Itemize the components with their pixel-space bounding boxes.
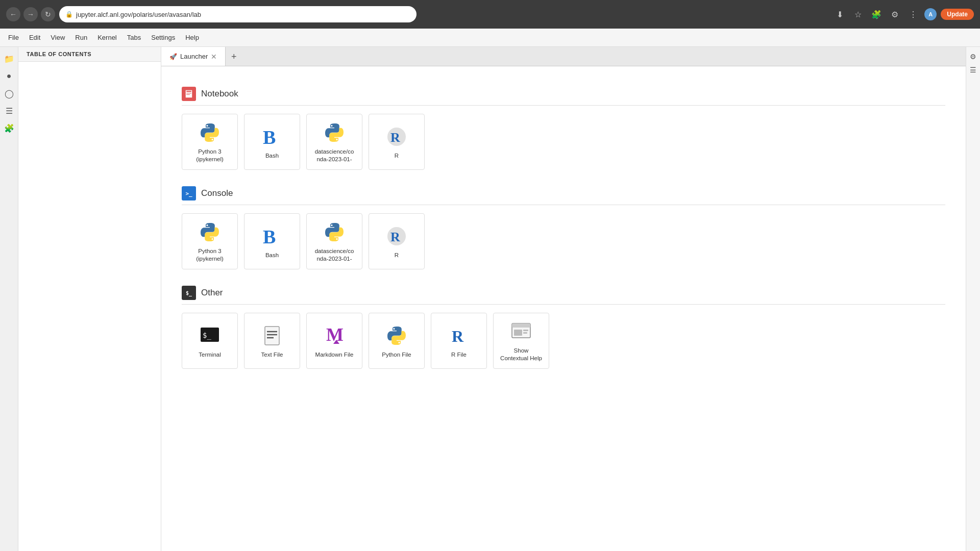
notebook-python3-label: Python 3(ipykernel) (196, 148, 224, 163)
other-markdownfile-card[interactable]: M Markdown File (306, 313, 362, 369)
right-panel: ⚙ ☰ (966, 47, 980, 551)
settings-icon[interactable]: ⚙ (888, 7, 902, 21)
notebook-datascience-label: datascience/conda-2023-01- (315, 148, 354, 163)
menu-view[interactable]: View (46, 32, 69, 43)
tab-launcher-label: Launcher (180, 53, 208, 60)
menu-edit[interactable]: Edit (25, 32, 44, 43)
notebook-r-card[interactable]: R R (369, 114, 425, 170)
section-notebook-header: Notebook (182, 87, 945, 106)
browser-controls: ← → ↻ (6, 7, 55, 21)
svg-text:B: B (263, 127, 276, 148)
section-other-header: $_ Other (182, 286, 945, 305)
bookmark-icon[interactable]: ☆ (851, 7, 865, 21)
lock-icon: 🔒 (65, 11, 73, 18)
right-settings-icon[interactable]: ⚙ (968, 51, 979, 62)
other-textfile-card[interactable]: Text File (244, 313, 300, 369)
new-tab-button[interactable]: + (226, 47, 242, 66)
extension-icon[interactable]: 🧩 (869, 7, 884, 21)
notebook-datascience-icon (322, 120, 347, 145)
other-contextualhelp-label: ShowContextual Help (500, 347, 542, 362)
other-pythonfile-card[interactable]: Python File (369, 313, 425, 369)
console-datascience-label: datascience/conda-2023-01- (315, 247, 354, 263)
section-console: >_ Console Python 3(ipyk (182, 186, 945, 269)
svg-text:$_: $_ (203, 331, 211, 340)
left-panel: TABLE OF CONTENTS (18, 47, 161, 551)
other-rfile-label: R File (451, 351, 467, 359)
console-python3-card[interactable]: Python 3(ipykernel) (182, 213, 238, 269)
update-button[interactable]: Update (941, 9, 974, 20)
notebook-python3-icon (198, 120, 222, 145)
console-bash-card[interactable]: B Bash (244, 213, 300, 269)
sidebar-icons: 📁 ● ◯ ☰ 🧩 (0, 47, 18, 551)
section-notebook-icon (182, 87, 196, 101)
svg-text:R: R (452, 327, 464, 345)
svg-rect-21 (523, 330, 528, 331)
tab-launcher-icon: 🚀 (169, 53, 177, 60)
menu-run[interactable]: Run (71, 32, 91, 43)
tab-close-button[interactable]: ✕ (211, 53, 217, 61)
menu-bar: File Edit View Run Kernel Tabs Settings … (0, 29, 980, 47)
console-datascience-card[interactable]: datascience/conda-2023-01- (306, 213, 362, 269)
menu-file[interactable]: File (4, 32, 23, 43)
section-other: $_ Other $_ (182, 286, 945, 369)
other-rfile-icon: R (447, 323, 471, 348)
other-terminal-card[interactable]: $_ Terminal (182, 313, 238, 369)
refresh-button[interactable]: ↻ (41, 7, 55, 21)
svg-text:R: R (390, 230, 400, 244)
sidebar-search-icon[interactable]: ● (2, 68, 17, 84)
other-terminal-icon: $_ (198, 323, 222, 348)
app: File Edit View Run Kernel Tabs Settings … (0, 29, 980, 551)
panel-header: TABLE OF CONTENTS (18, 47, 161, 62)
other-cards: $_ Terminal (182, 313, 945, 369)
other-rfile-card[interactable]: R R File (431, 313, 487, 369)
notebook-datascience-card[interactable]: datascience/conda-2023-01- (306, 114, 362, 170)
notebook-cards: Python 3(ipykernel) B Bash (182, 114, 945, 170)
console-python3-label: Python 3(ipykernel) (196, 247, 224, 263)
other-contextualhelp-icon (509, 319, 533, 344)
svg-rect-2 (186, 93, 191, 93)
section-console-title: Console (201, 188, 233, 198)
notebook-bash-icon: B (260, 124, 284, 149)
sidebar-extension-icon[interactable]: 🧩 (2, 120, 17, 136)
menu-icon[interactable]: ⋮ (906, 7, 920, 21)
sidebar-list-icon[interactable]: ☰ (2, 103, 17, 118)
tab-bar: 🚀 Launcher ✕ + (161, 47, 966, 66)
back-button[interactable]: ← (6, 7, 20, 21)
menu-help[interactable]: Help (181, 32, 203, 43)
forward-button[interactable]: → (23, 7, 38, 21)
sidebar-folder-icon[interactable]: 📁 (2, 51, 17, 66)
menu-tabs[interactable]: Tabs (123, 32, 145, 43)
menu-settings[interactable]: Settings (147, 32, 179, 43)
right-panel-icon[interactable]: ☰ (968, 64, 979, 76)
other-textfile-label: Text File (261, 351, 283, 359)
notebook-bash-label: Bash (265, 152, 279, 160)
address-bar[interactable]: 🔒 jupyter.alcf.anl.gov/polaris/user/avas… (59, 6, 416, 22)
menu-kernel[interactable]: Kernel (93, 32, 121, 43)
svg-rect-20 (514, 330, 522, 336)
section-notebook-title: Notebook (201, 89, 238, 99)
url-text: jupyter.alcf.anl.gov/polaris/user/avasan… (76, 11, 201, 18)
sidebar-git-icon[interactable]: ◯ (2, 86, 17, 101)
tab-launcher[interactable]: 🚀 Launcher ✕ (161, 47, 226, 66)
notebook-r-label: R (395, 152, 399, 160)
section-console-header: >_ Console (182, 186, 945, 205)
notebook-python3-card[interactable]: Python 3(ipykernel) (182, 114, 238, 170)
main-area: 📁 ● ◯ ☰ 🧩 TABLE OF CONTENTS 🚀 Launcher ✕… (0, 47, 980, 551)
svg-text:R: R (390, 130, 400, 145)
section-other-icon: $_ (182, 286, 196, 300)
notebook-r-icon: R (384, 124, 409, 149)
other-textfile-icon (260, 323, 284, 348)
console-datascience-icon (322, 220, 347, 244)
other-terminal-label: Terminal (199, 351, 220, 359)
console-r-card[interactable]: R R (369, 213, 425, 269)
svg-rect-3 (186, 94, 190, 95)
notebook-bash-card[interactable]: B Bash (244, 114, 300, 170)
section-notebook: Notebook Python 3(ipykernel) (182, 87, 945, 170)
section-other-title: Other (201, 288, 223, 298)
avatar[interactable]: A (924, 8, 937, 20)
other-pythonfile-icon (384, 323, 409, 348)
svg-rect-22 (523, 332, 527, 334)
other-contextualhelp-card[interactable]: ShowContextual Help (493, 313, 549, 369)
download-icon[interactable]: ⬇ (832, 7, 847, 21)
console-r-label: R (395, 252, 399, 259)
